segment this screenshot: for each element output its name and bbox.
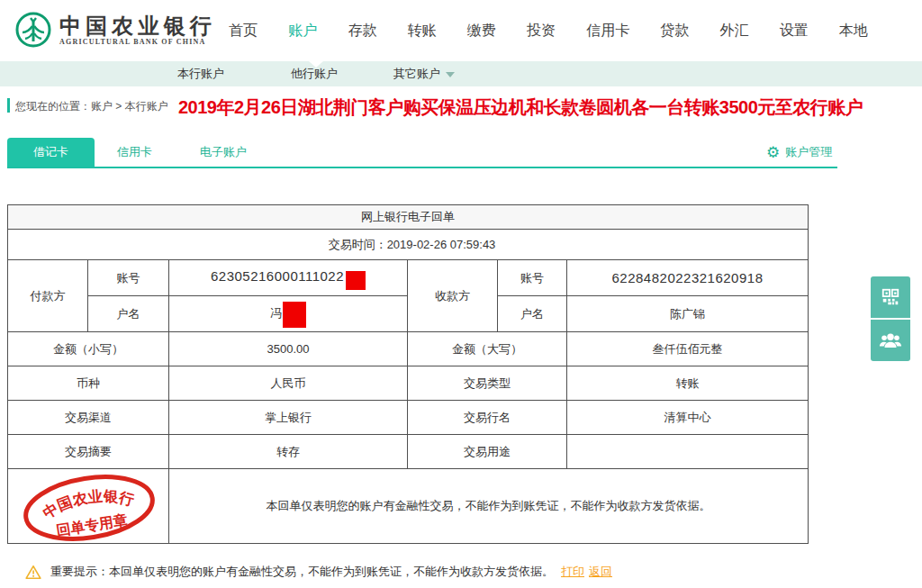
bank-receipt-stamp: 中国农业银行 回单专用章 <box>14 469 164 544</box>
subnav-item-other-accounts[interactable]: 其它账户 <box>393 61 455 86</box>
header: 中国农业银行 AGRICULTURAL BANK OF CHINA 首页 账户 … <box>0 0 922 61</box>
payer-name-cell: 冯 <box>169 296 408 332</box>
nav-item-deposits[interactable]: 存款 <box>348 22 376 41</box>
footer-notice: 重要提示：本回单仅表明您的账户有金融性交易，不能作为到账凭证，不能作为收款方发货… <box>25 564 890 580</box>
contacts-button[interactable] <box>871 320 910 361</box>
nav-item-loans[interactable]: 贷款 <box>660 22 689 41</box>
amount-words-value: 叁仟伍佰元整 <box>567 332 809 366</box>
redaction-box <box>346 271 366 290</box>
channel-label: 交易渠道 <box>8 401 169 435</box>
tabs-underline <box>7 167 837 168</box>
payer-account-number: 62305216000111022 <box>211 268 344 284</box>
bank-logo[interactable]: 中国农业银行 AGRICULTURAL BANK OF CHINA <box>14 11 216 49</box>
stamp-cell: 中国农业银行 回单专用章 <box>8 469 169 544</box>
breadcrumb: 您现在的位置：账户 > 本行账户 <box>15 99 168 114</box>
summary-value: 转存 <box>169 435 408 469</box>
redaction-box <box>283 302 306 328</box>
nav-item-investment[interactable]: 投资 <box>527 22 556 41</box>
nav-item-payments[interactable]: 缴费 <box>467 22 496 41</box>
payee-name-value: 陈广锦 <box>670 307 705 321</box>
subnav-item-other-bank-accounts[interactable]: 他行账户 <box>291 61 338 86</box>
qr-code-button[interactable] <box>871 276 910 318</box>
chevron-down-icon <box>446 72 455 77</box>
channel-value: 掌上银行 <box>169 401 408 435</box>
qr-code-icon <box>881 287 900 307</box>
purpose-label: 交易用途 <box>408 435 567 469</box>
payer-group-label: 付款方 <box>8 260 88 332</box>
currency-value: 人民币 <box>169 366 408 401</box>
back-link[interactable]: 返回 <box>589 564 612 580</box>
transaction-type-label: 交易类型 <box>408 366 567 401</box>
stamp-type-text: 回单专用章 <box>55 512 129 538</box>
transaction-time-value: 2019-02-26 07:59:43 <box>387 238 496 251</box>
amount-words-label: 金额（大写） <box>408 332 567 366</box>
nav-item-transfer[interactable]: 转账 <box>408 22 437 41</box>
subnav-other-label: 其它账户 <box>393 67 440 80</box>
payee-name-cell: 陈广锦 <box>567 296 809 332</box>
tab-electronic-account[interactable]: 电子账户 <box>200 138 247 167</box>
brand-name-cn: 中国农业银行 <box>59 14 216 38</box>
brand-name-en: AGRICULTURAL BANK OF CHINA <box>59 38 216 46</box>
red-annotation-text: 2019年2月26日湖北荆门客户购买保温压边机和长款卷圆机各一台转账3500元至… <box>178 94 863 121</box>
warning-icon <box>25 565 41 580</box>
breadcrumb-path: 账户 > 本行账户 <box>91 100 168 113</box>
purpose-value <box>567 435 809 469</box>
nav-item-credit-card[interactable]: 信用卡 <box>586 22 629 41</box>
payee-group-label: 收款方 <box>408 260 498 332</box>
breadcrumb-accent-bar <box>7 98 10 113</box>
account-manage-button[interactable]: ⚙ 账户管理 <box>766 138 832 167</box>
nav-item-settings[interactable]: 设置 <box>780 22 809 41</box>
account-tabs: 借记卡 信用卡 电子账户 ⚙ 账户管理 <box>0 138 922 168</box>
nav-item-forex[interactable]: 外汇 <box>720 22 749 41</box>
payer-account-cell: 62305216000111022 <box>169 260 408 296</box>
contacts-icon <box>879 330 902 351</box>
breadcrumb-prefix: 您现在的位置： <box>15 100 91 113</box>
subnav-item-own-accounts[interactable]: 本行账户 <box>177 61 224 86</box>
receipt-disclaimer: 本回单仅表明您的账户有金融性交易，不能作为到账凭证，不能作为收款方发货依据。 <box>169 469 809 544</box>
gear-icon: ⚙ <box>766 145 780 160</box>
abc-online-banking-page: 中国农业银行 AGRICULTURAL BANK OF CHINA 首页 账户 … <box>0 0 922 588</box>
payee-account-label: 账号 <box>498 260 567 296</box>
amount-figures-value: 3500.00 <box>169 332 408 366</box>
top-navigation: 首页 账户 存款 转账 缴费 投资 信用卡 贷款 外汇 设置 本地 <box>229 0 868 61</box>
summary-label: 交易摘要 <box>8 435 169 469</box>
payer-name-label: 户名 <box>88 296 169 332</box>
print-link[interactable]: 打印 <box>561 564 584 580</box>
nav-item-accounts[interactable]: 账户 <box>288 22 317 41</box>
transaction-type-value: 转账 <box>567 366 809 401</box>
transaction-time-row: 交易时间：2019-02-26 07:59:43 <box>8 230 809 260</box>
tab-debit-card[interactable]: 借记卡 <box>7 138 95 167</box>
transaction-time-label: 交易时间： <box>329 238 387 251</box>
payee-name-label: 户名 <box>498 296 567 332</box>
tab-credit-card[interactable]: 信用卡 <box>117 138 152 167</box>
payer-name-value: 冯 <box>270 306 282 320</box>
nav-item-local[interactable]: 本地 <box>839 22 868 41</box>
abc-bank-logo-icon <box>14 11 52 49</box>
sub-navigation: 本行账户 他行账户 其它账户 <box>0 61 922 86</box>
brand-text: 中国农业银行 AGRICULTURAL BANK OF CHINA <box>59 14 216 46</box>
nav-item-home[interactable]: 首页 <box>229 22 258 41</box>
receipt-title: 网上银行电子回单 <box>8 205 809 230</box>
amount-figures-label: 金额（小写） <box>8 332 169 366</box>
bank-name-value: 清算中心 <box>567 401 809 435</box>
floating-toolbar <box>871 276 910 361</box>
payer-account-label: 账号 <box>88 260 169 296</box>
important-notice-text: 重要提示：本回单仅表明您的账户有金融性交易，不能作为到账凭证，不能作为收款方发货… <box>50 564 554 580</box>
payee-account-number: 6228482022321620918 <box>611 270 763 285</box>
e-receipt-table: 网上银行电子回单 交易时间：2019-02-26 07:59:43 付款方 账号… <box>7 204 809 544</box>
account-manage-label: 账户管理 <box>785 144 832 160</box>
bank-name-label: 交易行名 <box>408 401 567 435</box>
payee-account-cell: 6228482022321620918 <box>567 260 809 296</box>
currency-label: 币种 <box>8 366 169 401</box>
